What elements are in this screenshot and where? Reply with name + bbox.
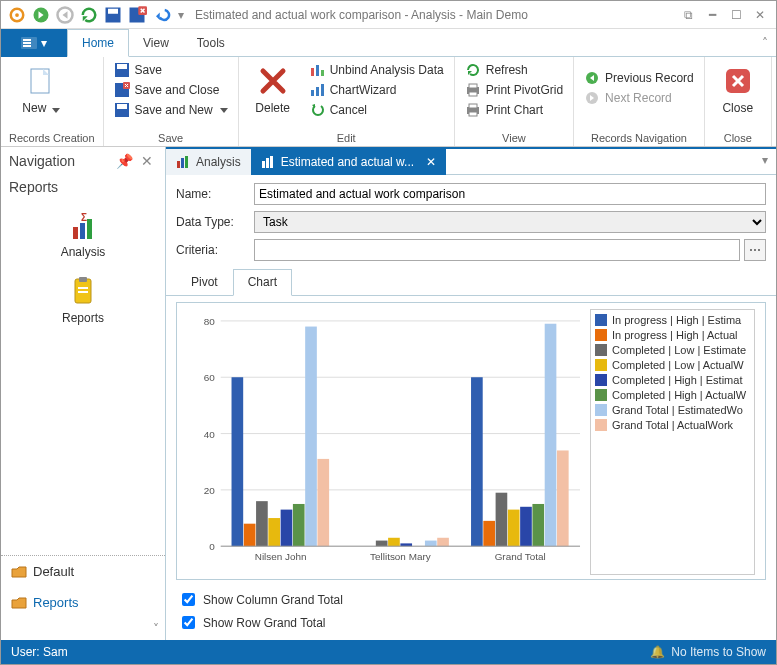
- svg-rect-46: [266, 158, 269, 168]
- svg-rect-43: [181, 158, 184, 168]
- svg-text:Σ: Σ: [81, 213, 87, 223]
- doctab-analysis[interactable]: Analysis: [166, 149, 251, 175]
- svg-rect-70: [388, 538, 400, 546]
- svg-rect-63: [293, 504, 305, 546]
- subtab-chart[interactable]: Chart: [233, 269, 292, 296]
- legend-item[interactable]: Completed | Low | ActualW: [595, 359, 750, 371]
- save-button[interactable]: Save: [112, 61, 230, 79]
- doctab-menu-icon[interactable]: ▾: [754, 149, 776, 175]
- collapse-ribbon-icon[interactable]: ˄: [754, 32, 776, 54]
- settings-gear-icon[interactable]: [7, 5, 27, 25]
- legend-item[interactable]: Completed | High | Estimat: [595, 374, 750, 386]
- nav-expand-icon[interactable]: ˅: [1, 618, 165, 640]
- group-view: View: [463, 130, 565, 144]
- tab-home[interactable]: Home: [67, 29, 129, 57]
- svg-rect-59: [244, 524, 256, 547]
- svg-text:80: 80: [204, 316, 216, 327]
- dock-icon[interactable]: ⧉: [678, 5, 698, 25]
- maximize-icon[interactable]: ☐: [726, 5, 746, 25]
- status-user: User: Sam: [11, 645, 68, 659]
- unbind-button[interactable]: Unbind Analysis Data: [307, 61, 446, 79]
- subtab-pivot[interactable]: Pivot: [176, 269, 233, 295]
- group-save: Save: [112, 130, 230, 144]
- doctab-current[interactable]: Estimated and actual w...✕: [251, 149, 446, 175]
- svg-rect-29: [469, 104, 477, 108]
- legend-item[interactable]: Completed | High | ActualW: [595, 389, 750, 401]
- title-bar: ▾ Estimated and actual work comparison -…: [1, 1, 776, 29]
- svg-rect-35: [73, 227, 78, 239]
- nav-section: Reports: [1, 175, 165, 199]
- close-doc-button[interactable]: Close: [713, 61, 763, 115]
- pin-icon[interactable]: 📌: [112, 153, 137, 169]
- refresh-icon[interactable]: [79, 5, 99, 25]
- close-nav-icon[interactable]: ✕: [137, 153, 157, 169]
- bell-icon[interactable]: 🔔: [650, 645, 671, 659]
- svg-rect-83: [557, 450, 569, 546]
- svg-rect-73: [425, 541, 437, 547]
- legend-item[interactable]: In progress | High | Estima: [595, 314, 750, 326]
- legend-item[interactable]: Grand Total | EstimatedWo: [595, 404, 750, 416]
- file-tab[interactable]: ▾: [1, 29, 67, 57]
- prev-record-button[interactable]: Previous Record: [582, 69, 696, 87]
- go-forward-icon[interactable]: [31, 5, 51, 25]
- minimize-icon[interactable]: ━: [702, 5, 722, 25]
- name-field[interactable]: [254, 183, 766, 205]
- go-back-icon[interactable]: [55, 5, 75, 25]
- svg-rect-14: [117, 64, 127, 69]
- svg-text:0: 0: [209, 541, 215, 552]
- cancel-button[interactable]: Cancel: [307, 101, 446, 119]
- show-row-total-checkbox[interactable]: Show Row Grand Total: [178, 613, 764, 632]
- svg-point-1: [15, 13, 19, 17]
- delete-button[interactable]: Delete: [247, 61, 299, 115]
- svg-rect-21: [321, 70, 324, 76]
- legend-item[interactable]: Completed | Low | Estimate: [595, 344, 750, 356]
- chartwizard-button[interactable]: ChartWizard: [307, 81, 446, 99]
- svg-rect-39: [79, 277, 87, 282]
- svg-rect-37: [87, 219, 92, 239]
- close-window-icon[interactable]: ✕: [750, 5, 770, 25]
- main-content: Analysis Estimated and actual w...✕ ▾ Na…: [166, 147, 776, 640]
- tab-view[interactable]: View: [129, 29, 183, 57]
- print-pivot-button[interactable]: Print PivotGrid: [463, 81, 565, 99]
- criteria-ellipsis-button[interactable]: ⋯: [744, 239, 766, 261]
- legend-item[interactable]: In progress | High | Actual: [595, 329, 750, 341]
- svg-rect-18: [117, 104, 127, 109]
- svg-rect-69: [376, 541, 388, 547]
- save-close-button[interactable]: Save and Close: [112, 81, 230, 99]
- doctab-close-icon[interactable]: ✕: [420, 155, 436, 169]
- legend-item[interactable]: Grand Total | ActualWork: [595, 419, 750, 431]
- nav-reports-acc[interactable]: Reports: [1, 587, 165, 618]
- group-close: Close: [713, 130, 763, 144]
- svg-rect-10: [23, 42, 31, 44]
- criteria-label: Criteria:: [176, 243, 246, 257]
- svg-text:Tellitson Mary: Tellitson Mary: [370, 551, 431, 562]
- svg-rect-77: [483, 521, 495, 546]
- svg-rect-80: [520, 507, 532, 546]
- new-button[interactable]: New: [9, 61, 73, 115]
- type-field[interactable]: Task: [254, 211, 766, 233]
- show-col-total-checkbox[interactable]: Show Column Grand Total: [178, 590, 764, 609]
- svg-rect-62: [281, 510, 293, 547]
- svg-rect-78: [496, 493, 508, 547]
- svg-rect-60: [256, 501, 268, 546]
- undo-icon[interactable]: [151, 5, 171, 25]
- svg-text:Grand Total: Grand Total: [495, 551, 546, 562]
- type-label: Data Type:: [176, 215, 246, 229]
- svg-rect-5: [108, 8, 118, 13]
- svg-rect-22: [311, 90, 314, 96]
- criteria-field[interactable]: [254, 239, 740, 261]
- refresh-button[interactable]: Refresh: [463, 61, 565, 79]
- svg-rect-11: [23, 45, 31, 47]
- nav-analysis[interactable]: Σ Analysis: [61, 213, 106, 259]
- save-new-button[interactable]: Save and New: [112, 101, 230, 119]
- save-quick-icon[interactable]: [103, 5, 123, 25]
- saveclose-quick-icon[interactable]: [127, 5, 147, 25]
- qat-dropdown-icon[interactable]: ▾: [175, 5, 187, 25]
- tab-tools[interactable]: Tools: [183, 29, 239, 57]
- svg-rect-64: [305, 327, 317, 547]
- nav-default[interactable]: Default: [1, 556, 165, 587]
- nav-reports[interactable]: Reports: [62, 275, 104, 325]
- group-nav: Records Navigation: [582, 130, 696, 144]
- print-chart-button[interactable]: Print Chart: [463, 101, 565, 119]
- svg-rect-81: [532, 504, 544, 546]
